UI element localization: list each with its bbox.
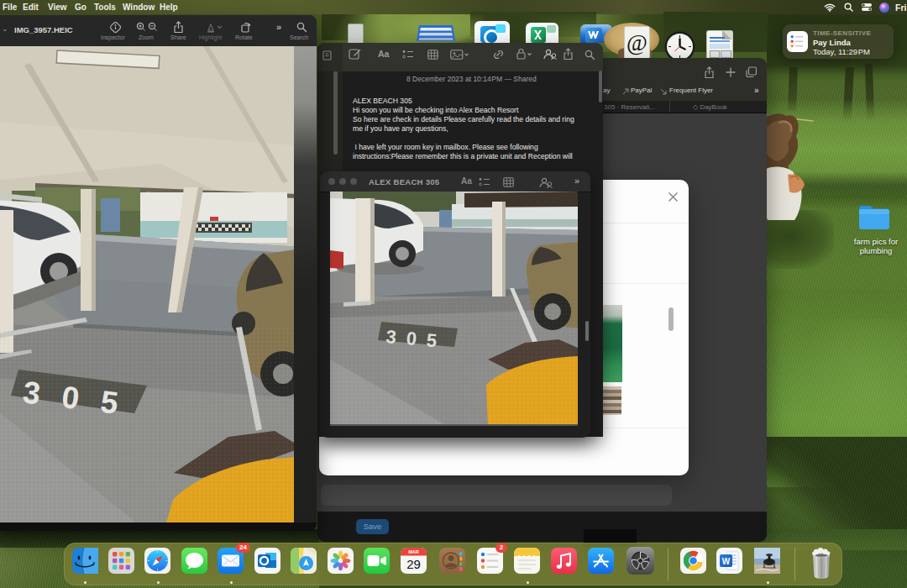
svg-text:W: W — [722, 557, 731, 566]
svg-text:MAR: MAR — [408, 549, 419, 554]
svg-text:29: 29 — [406, 557, 421, 571]
